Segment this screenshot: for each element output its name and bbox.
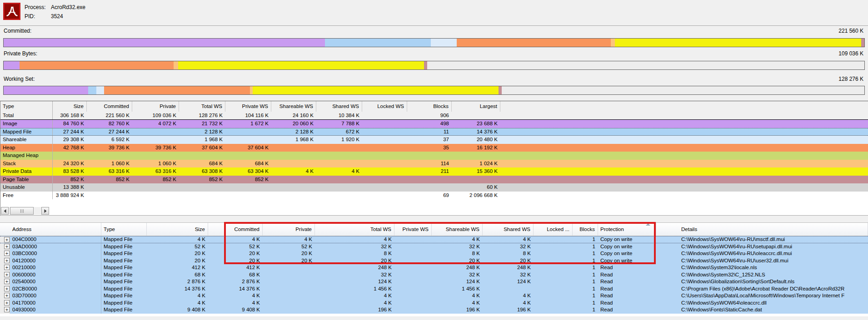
summary-cell: 84 760 K bbox=[53, 120, 87, 128]
detail-cell bbox=[534, 278, 573, 286]
detail-cell: 4 K bbox=[147, 292, 208, 300]
scroll-right-button[interactable] bbox=[41, 207, 49, 215]
detail-row-03bc0000[interactable]: +03BC0000Mapped File20 K20 K20 K8 K8 K8 … bbox=[0, 250, 868, 257]
summary-cell: Mapped File bbox=[0, 128, 53, 136]
summary-col-header-shareable-ws[interactable]: Shareable WS bbox=[271, 101, 316, 112]
scrollbar-track[interactable] bbox=[9, 207, 41, 215]
detail-cell: 20 K bbox=[208, 250, 263, 257]
vmmap-window: { "process": { "label": "Process:", "nam… bbox=[0, 0, 868, 320]
detail-cell: 52 K bbox=[147, 243, 208, 251]
summary-col-header-private[interactable]: Private bbox=[132, 101, 179, 112]
summary-cell: 221 560 K bbox=[87, 112, 132, 119]
summary-col-header-largest[interactable]: Largest bbox=[452, 101, 500, 112]
summary-col-header-shared-ws[interactable]: Shared WS bbox=[316, 101, 362, 112]
detail-cell bbox=[656, 264, 679, 271]
expand-plus-icon[interactable]: + bbox=[4, 244, 10, 249]
detail-cell: 1 bbox=[573, 286, 598, 293]
summary-row-image[interactable]: Image84 760 K82 760 K4 072 K21 732 K1 67… bbox=[0, 120, 868, 128]
summary-col-header-committed[interactable]: Committed bbox=[87, 101, 132, 112]
detail-col-header-details[interactable]: Details bbox=[679, 223, 868, 236]
summary-row-stack[interactable]: Stack24 320 K1 060 K1 060 K684 K684 K114… bbox=[0, 160, 868, 168]
summary-col-header-locked-ws[interactable]: Locked WS bbox=[362, 101, 407, 112]
detail-cell: 124 K bbox=[483, 278, 534, 286]
detail-row-03d70000[interactable]: +03D70000Mapped File4 K4 K4 K4 K4 K1Read… bbox=[0, 292, 868, 300]
summary-cell: 852 K bbox=[225, 176, 271, 184]
detail-cell: 1 bbox=[573, 306, 598, 314]
summary-cell: 306 168 K bbox=[53, 112, 87, 119]
summary-col-header-blocks[interactable]: Blocks bbox=[407, 101, 452, 112]
summary-cell bbox=[271, 183, 316, 192]
summary-col-header-total-ws[interactable]: Total WS bbox=[179, 101, 225, 112]
expand-plus-icon[interactable]: + bbox=[4, 237, 10, 242]
detail-col-header-blocks[interactable]: Blocks bbox=[573, 223, 598, 236]
expand-plus-icon[interactable]: + bbox=[4, 279, 10, 284]
summary-row-private-data[interactable]: Private Data83 528 K63 316 K63 316 K63 3… bbox=[0, 167, 868, 176]
detail-cell: 4 K bbox=[432, 292, 483, 300]
summary-row-managed-heap[interactable]: Managed Heap bbox=[0, 152, 868, 160]
bar-segment-stack bbox=[611, 39, 615, 47]
detail-row-04170000[interactable]: +04170000Mapped File4 K4 K4 K4 K4 K1Read… bbox=[0, 300, 868, 307]
summary-row-page-table[interactable]: Page Table852 K852 K852 K852 K852 K bbox=[0, 176, 868, 184]
summary-col-header-size[interactable]: Size bbox=[53, 101, 87, 112]
detail-cell bbox=[394, 300, 432, 307]
expand-plus-icon[interactable]: + bbox=[4, 272, 10, 277]
summary-row-shareable[interactable]: Shareable29 308 K6 592 K1 968 K1 968 K1 … bbox=[0, 136, 868, 144]
summary-cell: 42 768 K bbox=[53, 144, 87, 152]
committed-bar-value: 221 560 K bbox=[838, 28, 863, 34]
detail-cell: 1 bbox=[573, 264, 598, 271]
detail-row-04120000[interactable]: +04120000Mapped File20 K20 K20 K20 K20 K… bbox=[0, 257, 868, 265]
summary-cell: 1 920 K bbox=[316, 136, 362, 144]
detail-row-00600000[interactable]: +00600000Mapped File68 K68 K32 K32 K32 K… bbox=[0, 271, 868, 279]
summary-row-heap[interactable]: Heap42 768 K39 736 K39 736 K37 604 K37 6… bbox=[0, 144, 868, 152]
expand-plus-icon[interactable]: + bbox=[4, 286, 10, 291]
summary-col-header-private-ws[interactable]: Private WS bbox=[225, 101, 271, 112]
expand-plus-icon[interactable]: + bbox=[4, 258, 10, 263]
expand-plus-icon[interactable]: + bbox=[4, 293, 10, 298]
detail-cell: 4 K bbox=[147, 300, 208, 307]
detail-row-04930000[interactable]: +04930000Mapped File9 408 K9 408 K196 K1… bbox=[0, 306, 868, 314]
expand-plus-icon[interactable]: + bbox=[4, 300, 10, 305]
summary-cell: 23 688 K bbox=[452, 120, 500, 128]
detail-cell: 14 376 K bbox=[208, 286, 263, 293]
detail-row-00210000[interactable]: +00210000Mapped File412 K412 K248 K248 K… bbox=[0, 264, 868, 271]
scroll-left-button[interactable] bbox=[1, 207, 9, 215]
detail-col-header-locked-[interactable]: Locked ... bbox=[534, 223, 573, 236]
detail-row-02cb0000[interactable]: +02CB0000Mapped File14 376 K14 376 K1 45… bbox=[0, 286, 868, 293]
detail-cell: 1 bbox=[573, 250, 598, 257]
detail-cell: C:\Program Files (x86)\Adobe\Acrobat Rea… bbox=[679, 286, 868, 293]
summary-row-free[interactable]: Free3 888 924 K692 096 668 K bbox=[0, 192, 868, 200]
expand-plus-icon[interactable]: + bbox=[4, 265, 10, 270]
detail-col-header-private-ws[interactable]: Private WS bbox=[394, 223, 432, 236]
scrollbar-thumb[interactable] bbox=[10, 207, 34, 215]
summary-hscrollbar[interactable] bbox=[1, 207, 49, 215]
detail-col-header-type[interactable]: Type bbox=[101, 223, 147, 236]
summary-cell: 1 060 K bbox=[87, 160, 132, 168]
detail-row-004c0000[interactable]: +004C0000Mapped File4 K4 K4 K4 K4 K4 K1C… bbox=[0, 236, 868, 243]
detail-col-header-private[interactable]: Private bbox=[263, 223, 315, 236]
detail-cell: 20 K bbox=[483, 257, 534, 265]
expand-plus-icon[interactable]: + bbox=[4, 307, 10, 312]
detail-cell: 14 376 K bbox=[147, 286, 208, 293]
summary-col-header-type[interactable]: Type bbox=[0, 101, 53, 112]
process-name: AcroRd32.exe bbox=[51, 4, 85, 10]
detail-col-header-size[interactable]: Size bbox=[147, 223, 208, 236]
expand-plus-icon[interactable]: + bbox=[4, 251, 10, 256]
detail-cell bbox=[656, 278, 679, 286]
detail-cell: Mapped File bbox=[101, 243, 147, 251]
summary-cell: 37 604 K bbox=[225, 144, 271, 152]
detail-col-header-total-ws[interactable]: Total WS bbox=[315, 223, 394, 236]
detail-cell bbox=[534, 236, 573, 243]
summary-cell: 83 528 K bbox=[53, 167, 87, 176]
summary-row-mapped-file[interactable]: Mapped File27 244 K27 244 K2 128 K2 128 … bbox=[0, 128, 868, 136]
detail-cell: C:\Windows\SysWOW64\ru-RU\msctf.dll.mui bbox=[679, 236, 868, 243]
summary-row-total[interactable]: Total306 168 K221 560 K109 036 K128 276 … bbox=[0, 112, 868, 120]
summary-cell: Unusable bbox=[0, 183, 53, 192]
detail-row-02540000[interactable]: +02540000Mapped File2 876 K2 876 K124 K1… bbox=[0, 278, 868, 286]
detail-row-03ad0000[interactable]: +03AD0000Mapped File52 K52 K52 K32 K32 K… bbox=[0, 243, 868, 251]
detail-col-header-address[interactable]: Address bbox=[10, 223, 101, 236]
process-header: Process: AcroRd32.exe PID: 3524 bbox=[0, 0, 868, 26]
summary-row-unusable[interactable]: Unusable13 388 K60 K bbox=[0, 183, 868, 192]
detail-col-header-committed[interactable]: Committed bbox=[208, 223, 263, 236]
detail-col-header-shared-ws[interactable]: Shared WS bbox=[483, 223, 534, 236]
detail-col-header-shareable-ws[interactable]: Shareable WS bbox=[432, 223, 483, 236]
